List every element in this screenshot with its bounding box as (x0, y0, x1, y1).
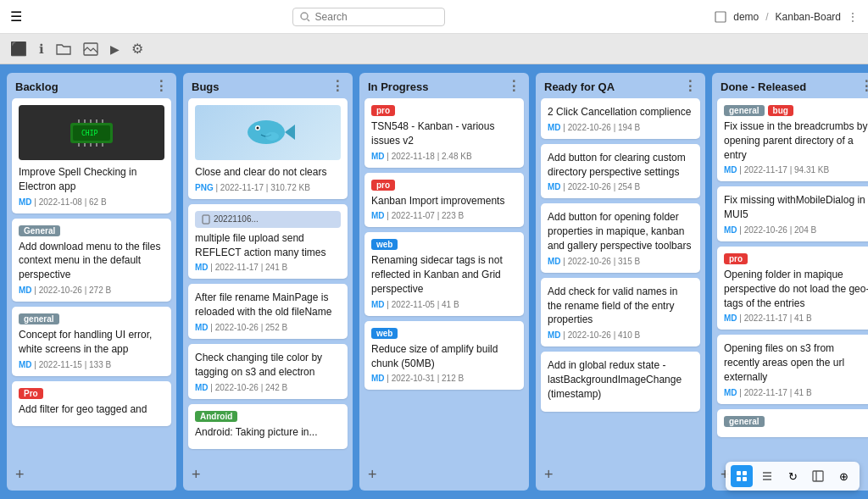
card-meta: MD | 2022-10-26 | 194 B (548, 123, 693, 132)
info-icon[interactable]: ℹ (39, 42, 44, 57)
card-meta: MD | 2022-10-26 | 410 B (548, 330, 693, 340)
svg-point-17 (248, 120, 285, 144)
card-meta: MD | 2022-11-15 | 133 B (19, 360, 164, 369)
card-tags: pro (724, 253, 868, 264)
add-card-button[interactable]: + (536, 463, 705, 491)
svg-rect-23 (737, 471, 741, 475)
second-nav: ⬛ ℹ ▶ ⚙ (0, 34, 868, 64)
column-more-icon[interactable]: ⋮ (507, 80, 520, 93)
card-d5[interactable]: general (717, 409, 868, 437)
card-title: Check changing tile color by tagging on … (195, 351, 341, 380)
card-qa4[interactable]: Add check for valid names in the rename … (541, 278, 700, 347)
card-tags: Android (195, 411, 341, 422)
card-tag: general (724, 416, 765, 427)
card-d3[interactable]: proOpening folder in mapique perspective… (717, 247, 868, 330)
card-d4[interactable]: Opening files on s3 from recently areas … (717, 335, 868, 403)
image-folder-icon[interactable] (83, 42, 98, 56)
card-tags: General (19, 225, 164, 236)
column-title: Backlog (15, 80, 58, 93)
card-tag: general (724, 105, 765, 116)
card-meta: MD | 2022-10-26 | 204 B (724, 225, 868, 235)
card-tags: general (19, 313, 164, 324)
svg-text:CHIP: CHIP (81, 130, 97, 137)
card-qa1[interactable]: 2 Click Cancellation complienceMD | 2022… (541, 98, 700, 139)
card-d1[interactable]: generalbugFix issue in the breadcrumbs b… (717, 98, 868, 181)
hamburger-icon[interactable]: ☰ (10, 8, 22, 25)
column-header-done: Done - Released⋮ (712, 73, 868, 98)
card-ip1[interactable]: proTSN548 - Kanban - various issues v2MD… (364, 98, 524, 168)
add-card-button[interactable]: + (183, 463, 353, 491)
svg-rect-22 (203, 215, 209, 224)
card-tags: web (371, 239, 517, 250)
svg-marker-18 (285, 125, 295, 140)
column-header-backlog: Backlog⋮ (7, 73, 176, 98)
card-title: Android: Taking picture in... (195, 425, 341, 440)
stack-icon[interactable]: ⊕ (832, 465, 854, 487)
card-meta: MD | 2022-11-05 | 41 B (371, 300, 517, 309)
search-box[interactable] (292, 8, 445, 26)
top-nav: ☰ demo / Kanban-Board ⋮ (0, 0, 868, 34)
column-more-icon[interactable]: ⋮ (860, 80, 868, 93)
gear-icon[interactable]: ⚙ (131, 41, 143, 57)
list-view-icon[interactable] (756, 465, 778, 487)
add-card-button[interactable]: + (359, 463, 529, 491)
card-image (195, 105, 341, 160)
card-meta: MD | 2022-11-17 | 94.31 KB (724, 165, 868, 175)
top-nav-left: ☰ (10, 8, 22, 25)
card-title: Renaming sidecar tags is not reflected i… (371, 253, 517, 296)
card-title: Add filter for geo tagged and (19, 402, 164, 417)
card-b3[interactable]: generalConcept for handling UI error, wh… (12, 307, 171, 376)
card-bug5[interactable]: AndroidAndroid: Taking picture in... (188, 404, 348, 450)
card-meta: MD | 2022-10-26 | 254 B (548, 182, 693, 191)
breadcrumb-demo[interactable]: demo (733, 11, 759, 23)
refresh-icon[interactable]: ↻ (782, 465, 804, 487)
file-ref: 20221106... (195, 211, 341, 228)
card-b2[interactable]: GeneralAdd download menu to the files co… (12, 219, 171, 302)
column-more-icon[interactable]: ⋮ (683, 80, 697, 93)
card-image: CHIP (19, 105, 164, 160)
card-qa5[interactable]: Add in global redux state - lastBackgrou… (541, 352, 700, 411)
card-b1[interactable]: CHIP Improve Spell Checking in Electron … (12, 98, 171, 213)
more-dots[interactable]: ⋮ (848, 11, 858, 23)
column-more-icon[interactable]: ⋮ (154, 80, 168, 93)
card-ip2[interactable]: proKanban Import improvementsMD | 2022-1… (364, 173, 524, 228)
play-icon[interactable]: ▶ (110, 42, 120, 56)
card-tag: Pro (19, 388, 43, 399)
column-body-backlog: CHIP Improve Spell Checking in Electron … (7, 98, 176, 463)
card-tags: pro (371, 105, 517, 116)
card-title: Add in global redux state - lastBackgrou… (548, 358, 693, 401)
card-bug1[interactable]: Close and clear do not clearsPNG | 2022-… (188, 98, 348, 199)
svg-rect-2 (715, 12, 726, 22)
card-bug2[interactable]: 20221106... multiple file upload send RE… (188, 204, 348, 280)
grid-view-icon[interactable] (731, 465, 753, 487)
card-title: multiple file upload send REFLECT action… (195, 231, 341, 260)
card-title: Reduce size of amplify build chunk (50MB… (371, 342, 517, 371)
sidebar-icon[interactable] (807, 465, 829, 487)
card-ip4[interactable]: webReduce size of amplify build chunk (5… (364, 321, 524, 391)
card-ip3[interactable]: webRenaming sidecar tags is not reflecte… (364, 232, 524, 315)
svg-rect-26 (743, 477, 747, 481)
card-b4[interactable]: ProAdd filter for geo tagged and (12, 381, 171, 427)
search-input[interactable] (315, 11, 426, 23)
card-title: Close and clear do not clears (195, 165, 341, 180)
card-title: TSN548 - Kanban - various issues v2 (371, 119, 517, 148)
card-tags: Pro (19, 388, 164, 399)
add-card-button[interactable]: + (7, 463, 176, 491)
exit-icon[interactable]: ⬛ (10, 41, 27, 57)
svg-point-21 (265, 132, 279, 141)
card-qa2[interactable]: Add button for clearing custom directory… (541, 144, 700, 199)
card-tag: pro (724, 253, 748, 264)
column-header-readyqa: Ready for QA⋮ (536, 73, 705, 98)
card-tag: pro (371, 105, 395, 116)
card-d2[interactable]: Fix missing withMobileDialog in MUI5MD |… (717, 186, 868, 241)
card-meta: MD | 2022-10-31 | 212 B (371, 374, 517, 383)
breadcrumb-board: Kanban-Board (776, 11, 841, 23)
column-more-icon[interactable]: ⋮ (331, 80, 344, 93)
card-qa3[interactable]: Add button for opening folder properties… (541, 203, 700, 272)
folder-icon[interactable] (56, 42, 71, 56)
svg-line-1 (307, 19, 309, 21)
card-bug3[interactable]: After file rename MainPage is reloaded w… (188, 284, 348, 339)
card-bug4[interactable]: Check changing tile color by tagging on … (188, 344, 348, 399)
card-meta: MD | 2022-11-18 | 2.48 KB (371, 152, 517, 161)
card-tags: pro (371, 180, 517, 191)
